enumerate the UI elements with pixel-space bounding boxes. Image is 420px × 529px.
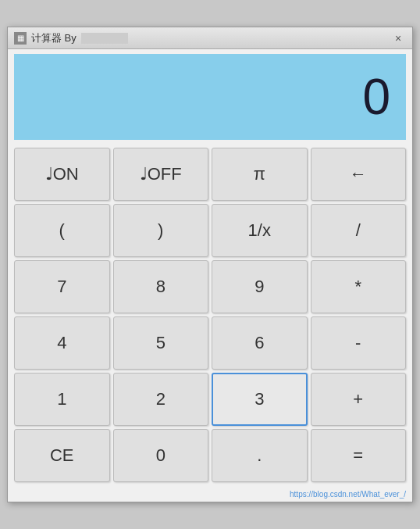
button-divide[interactable]: /: [311, 204, 407, 257]
button-pi[interactable]: π: [212, 148, 308, 201]
button-five[interactable]: 5: [113, 316, 209, 370]
button-ce[interactable]: CE: [14, 429, 110, 482]
close-button[interactable]: ×: [390, 30, 406, 46]
title-bar: ▦ 计算器 By ×: [8, 27, 412, 49]
button-three[interactable]: 3: [212, 373, 308, 426]
button-dot[interactable]: .: [212, 429, 308, 482]
button-six[interactable]: 6: [212, 316, 308, 370]
button-nine[interactable]: 9: [212, 260, 308, 313]
button-multiply[interactable]: *: [311, 260, 407, 313]
button-music-on[interactable]: ♩ON: [14, 148, 110, 201]
title-bar-right: ×: [390, 30, 406, 46]
watermark: https://blog.csdn.net/What_ever_/: [8, 488, 412, 502]
button-subtract[interactable]: -: [311, 316, 407, 370]
button-four[interactable]: 4: [14, 316, 110, 370]
button-eight[interactable]: 8: [113, 260, 209, 313]
button-rparen[interactable]: ): [113, 204, 209, 257]
title-bar-left: ▦ 计算器 By: [14, 31, 128, 45]
display-value: 0: [362, 68, 390, 126]
button-reciprocal[interactable]: 1/x: [212, 204, 308, 257]
display-area: 0: [14, 54, 406, 140]
button-one[interactable]: 1: [14, 373, 110, 426]
button-lparen[interactable]: (: [14, 204, 110, 257]
window-title: 计算器 By: [31, 31, 77, 45]
button-zero[interactable]: 0: [113, 429, 209, 482]
button-seven[interactable]: 7: [14, 260, 110, 313]
calculator-window: ▦ 计算器 By × 0 ♩ON♩OFFπ←()1/x/789*456-123+…: [7, 27, 413, 502]
app-icon: ▦: [14, 32, 27, 45]
button-equals[interactable]: =: [311, 429, 407, 482]
button-music-off[interactable]: ♩OFF: [113, 148, 209, 201]
button-add[interactable]: +: [311, 373, 407, 426]
button-two[interactable]: 2: [113, 373, 209, 426]
button-backspace[interactable]: ←: [311, 148, 407, 201]
buttons-grid: ♩ON♩OFFπ←()1/x/789*456-123+CE0.=: [8, 145, 412, 488]
window-title-author: [81, 33, 128, 44]
